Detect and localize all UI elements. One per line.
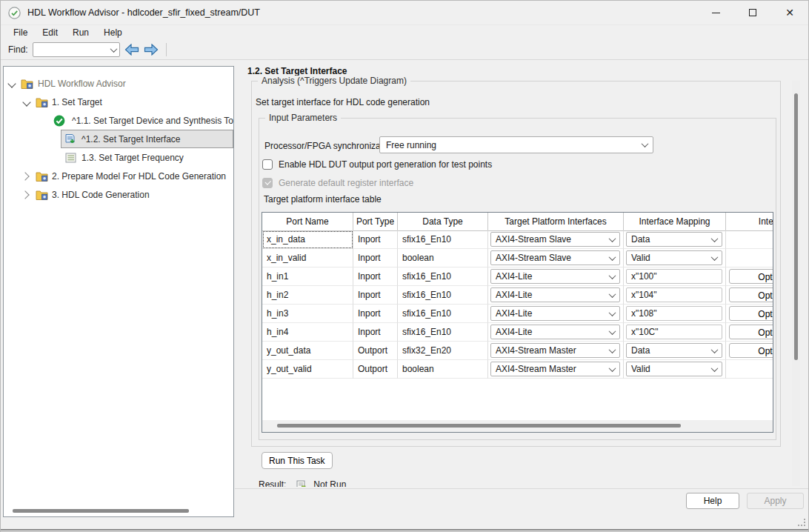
result-status-icon bbox=[296, 480, 306, 488]
port-type-cell: Inport bbox=[353, 305, 398, 323]
interface-mapping-dropdown[interactable]: Data bbox=[626, 232, 722, 247]
interface-options-button[interactable]: Options bbox=[729, 325, 773, 339]
port-name-cell[interactable]: y_out_data bbox=[262, 342, 353, 360]
minimize-button[interactable] bbox=[697, 1, 734, 24]
tree-item-root[interactable]: HDL Workflow Advisor bbox=[4, 74, 233, 93]
tree-item-label[interactable]: HDL Workflow Advisor bbox=[38, 79, 126, 89]
find-next-button[interactable] bbox=[144, 44, 159, 56]
menu-edit[interactable]: Edit bbox=[36, 26, 64, 39]
tree-item-label[interactable]: ^1.2. Set Target Interface bbox=[81, 134, 181, 144]
tree-item-3[interactable]: 3. HDL Code Generation bbox=[4, 185, 233, 204]
panel-vertical-scrollbar[interactable] bbox=[794, 93, 798, 360]
table-header-row: Port Name Port Type Data Type Target Pla… bbox=[262, 213, 773, 231]
column-header: Data Type bbox=[398, 213, 488, 230]
chevron-down-icon bbox=[709, 367, 719, 372]
interface-options-button[interactable]: Options bbox=[729, 269, 773, 284]
bottom-separator bbox=[235, 488, 808, 489]
tree-item-label[interactable]: 2. Prepare Model For HDL Code Generation bbox=[52, 171, 226, 182]
target-interface-dropdown[interactable]: AXI4-Lite bbox=[490, 325, 620, 339]
target-interface-dropdown[interactable]: AXI4-Lite bbox=[490, 306, 620, 321]
port-name-cell[interactable]: h_in1 bbox=[262, 267, 353, 286]
close-button[interactable]: ✕ bbox=[771, 1, 808, 24]
find-previous-button[interactable] bbox=[124, 44, 139, 56]
target-interface-dropdown[interactable]: AXI4-Stream Master bbox=[490, 362, 620, 376]
interface-options-button[interactable]: Options bbox=[729, 287, 773, 302]
chevron-down-icon[interactable] bbox=[7, 79, 16, 87]
target-interface-dropdown[interactable]: AXI4-Stream Slave bbox=[490, 250, 620, 265]
tree-item-label[interactable]: 1. Set Target bbox=[52, 97, 102, 107]
run-task-icon bbox=[64, 133, 76, 145]
column-header: Port Type bbox=[353, 213, 398, 230]
folder-task-icon bbox=[36, 96, 48, 108]
tree-item-1-3[interactable]: 1.3. Set Target Frequency bbox=[4, 148, 233, 167]
sync-label: Processor/FPGA synchronization: bbox=[264, 141, 397, 151]
chevron-down-icon bbox=[607, 256, 617, 261]
column-header: Interface Mapping bbox=[624, 213, 726, 230]
help-button[interactable]: Help bbox=[686, 493, 739, 509]
chevron-down-icon[interactable] bbox=[22, 98, 30, 106]
tree-horizontal-scrollbar[interactable] bbox=[13, 509, 189, 513]
interface-table: Port Name Port Type Data Type Target Pla… bbox=[262, 212, 773, 433]
apply-button[interactable]: Apply bbox=[747, 493, 804, 509]
tree-item-label[interactable]: 3. HDL Code Generation bbox=[52, 190, 150, 200]
table-horizontal-scrollbar[interactable] bbox=[277, 424, 681, 428]
table-row: h_in3 Inport sfix16_En10 AXI4-Lite x"108… bbox=[262, 305, 773, 323]
port-type-cell: Inport bbox=[353, 249, 398, 267]
interface-mapping-field[interactable]: x"100" bbox=[626, 269, 722, 284]
folder-task-icon bbox=[21, 78, 33, 90]
menu-run[interactable]: Run bbox=[66, 26, 96, 39]
chevron-down-icon[interactable] bbox=[109, 47, 119, 53]
chevron-right-icon[interactable] bbox=[21, 190, 29, 199]
port-name-cell[interactable]: h_in4 bbox=[262, 323, 353, 342]
tree-item-1-2-selected[interactable]: ^1.2. Set Target Interface bbox=[4, 130, 233, 148]
chevron-right-icon[interactable] bbox=[21, 172, 29, 180]
testpoints-checkbox-row: Enable HDL DUT output port generation fo… bbox=[262, 159, 492, 170]
interface-options-button[interactable]: Options bbox=[729, 306, 773, 321]
port-type-cell: Inport bbox=[353, 230, 398, 249]
table-horizontal-scrollbar-track[interactable] bbox=[262, 420, 773, 432]
hdl-workflow-advisor-window: HDL Workflow Advisor - hdlcoder_sfir_fix… bbox=[0, 0, 809, 532]
tree-item-label[interactable]: ^1.1. Set Target Device and Synthesis To… bbox=[72, 116, 234, 126]
testpoints-checkbox[interactable] bbox=[262, 159, 273, 170]
find-combobox[interactable] bbox=[33, 42, 120, 57]
interface-mapping-dropdown[interactable]: Valid bbox=[626, 362, 722, 376]
register-checkbox-label: Generate default register interface bbox=[279, 178, 413, 188]
interface-mapping-field[interactable]: x"104" bbox=[626, 287, 722, 302]
chevron-down-icon bbox=[607, 311, 617, 316]
task-description: Set target interface for HDL code genera… bbox=[256, 97, 430, 107]
target-interface-dropdown[interactable]: AXI4-Stream Slave bbox=[490, 232, 620, 247]
result-row-clipped: Result: Not Run bbox=[259, 479, 481, 487]
target-interface-dropdown[interactable]: AXI4-Stream Master bbox=[490, 343, 620, 358]
folder-task-icon bbox=[36, 170, 48, 182]
port-name-cell[interactable]: x_in_valid bbox=[262, 249, 353, 267]
port-name-cell[interactable]: x_in_data bbox=[262, 230, 353, 249]
window-bottom-edge bbox=[1, 529, 808, 531]
interface-mapping-field[interactable]: x"10C" bbox=[626, 325, 722, 339]
interface-mapping-field[interactable]: x"108" bbox=[626, 306, 722, 321]
tree-item-2[interactable]: 2. Prepare Model For HDL Code Generation bbox=[4, 167, 233, 185]
testpoints-checkbox-label[interactable]: Enable HDL DUT output port generation fo… bbox=[279, 159, 492, 170]
menu-help[interactable]: Help bbox=[97, 26, 129, 39]
menu-file[interactable]: File bbox=[7, 26, 34, 39]
port-name-cell[interactable]: y_out_valid bbox=[262, 360, 353, 379]
port-name-cell[interactable]: h_in3 bbox=[262, 305, 353, 323]
target-interface-dropdown[interactable]: AXI4-Lite bbox=[490, 269, 620, 284]
sync-dropdown-value: Free running bbox=[386, 140, 436, 150]
find-input[interactable] bbox=[33, 43, 109, 56]
resize-grip[interactable] bbox=[798, 519, 805, 526]
window-title: HDL Workflow Advisor - hdlcoder_sfir_fix… bbox=[27, 7, 260, 18]
tree-item-set-target[interactable]: 1. Set Target bbox=[4, 93, 233, 111]
sync-dropdown[interactable]: Free running bbox=[379, 136, 653, 153]
port-type-cell: Inport bbox=[353, 267, 398, 286]
interface-mapping-dropdown[interactable]: Data bbox=[626, 343, 722, 358]
interface-options-button[interactable]: Options bbox=[729, 343, 773, 358]
tree-item-1-1[interactable]: ^1.1. Set Target Device and Synthesis To… bbox=[4, 111, 233, 130]
data-type-cell: sfix32_En20 bbox=[398, 342, 488, 360]
port-name-cell[interactable]: h_in2 bbox=[262, 286, 353, 305]
interface-mapping-dropdown[interactable]: Valid bbox=[626, 250, 722, 265]
tree-item-label[interactable]: 1.3. Set Target Frequency bbox=[81, 153, 184, 163]
folder-task-icon bbox=[36, 189, 48, 201]
maximize-button[interactable] bbox=[734, 1, 771, 24]
target-interface-dropdown[interactable]: AXI4-Lite bbox=[490, 287, 620, 302]
run-this-task-button[interactable]: Run This Task bbox=[262, 452, 333, 469]
